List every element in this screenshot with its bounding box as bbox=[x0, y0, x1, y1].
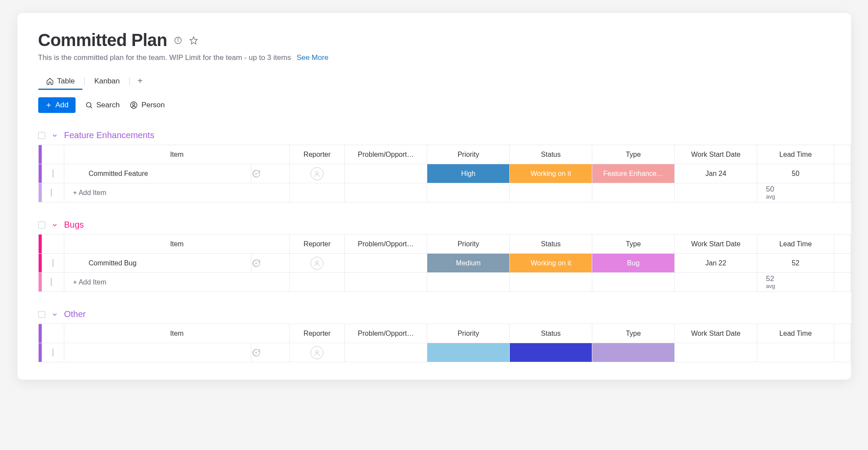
svg-point-21 bbox=[316, 350, 318, 353]
tab-kanban[interactable]: Kanban bbox=[86, 73, 128, 89]
column-header[interactable]: Status bbox=[510, 324, 592, 343]
add-button-label: Add bbox=[56, 101, 69, 109]
chat-cell[interactable] bbox=[251, 164, 290, 183]
svg-point-8 bbox=[130, 102, 137, 109]
add-button[interactable]: Add bbox=[38, 97, 76, 113]
column-header[interactable]: Priority bbox=[427, 235, 510, 254]
group-checkbox[interactable] bbox=[38, 311, 45, 318]
group-title[interactable]: Bugs bbox=[64, 220, 84, 230]
column-header[interactable]: Work Start Date bbox=[675, 145, 757, 164]
see-more-link[interactable]: See More bbox=[297, 53, 329, 62]
chat-cell[interactable] bbox=[251, 254, 290, 273]
column-header[interactable]: Problem/Opport… bbox=[345, 145, 427, 164]
search-button[interactable]: Search bbox=[85, 101, 120, 109]
column-header[interactable]: Reporter bbox=[290, 235, 345, 254]
group-header: Other bbox=[38, 309, 851, 319]
chevron-down-icon[interactable] bbox=[51, 311, 58, 318]
column-header[interactable]: Problem/Opport… bbox=[345, 235, 427, 254]
empty-cell bbox=[427, 273, 510, 292]
column-header[interactable]: Type bbox=[592, 145, 675, 164]
column-header[interactable]: Status bbox=[510, 145, 592, 164]
lead-time-cell[interactable] bbox=[757, 343, 834, 362]
column-header[interactable]: Problem/Opport… bbox=[345, 324, 427, 343]
search-icon bbox=[85, 101, 93, 109]
tab-label: Kanban bbox=[94, 77, 120, 86]
board-card: Committed Plan This is the committed pla… bbox=[17, 13, 851, 380]
avatar-placeholder-icon[interactable] bbox=[310, 257, 323, 270]
add-item-cell[interactable]: + Add Item bbox=[64, 273, 290, 292]
reporter-cell[interactable] bbox=[290, 164, 345, 183]
group-title[interactable]: Feature Enhancements bbox=[64, 130, 155, 140]
chevron-down-icon[interactable] bbox=[51, 222, 58, 228]
work-start-date-cell[interactable]: Jan 22 bbox=[675, 254, 757, 273]
group-checkbox[interactable] bbox=[38, 222, 45, 228]
column-spacer bbox=[834, 235, 851, 254]
avatar-placeholder-icon[interactable] bbox=[310, 346, 323, 359]
column-checkbox bbox=[42, 324, 64, 343]
column-header[interactable]: Type bbox=[592, 235, 675, 254]
reporter-cell[interactable] bbox=[290, 343, 345, 362]
column-header[interactable]: Work Start Date bbox=[675, 235, 757, 254]
row-checkbox[interactable] bbox=[53, 348, 53, 357]
tab-table[interactable]: Table bbox=[38, 73, 83, 89]
row-checkbox[interactable] bbox=[51, 278, 52, 286]
item-cell[interactable] bbox=[64, 343, 251, 362]
chevron-down-icon[interactable] bbox=[51, 132, 58, 139]
svg-point-17 bbox=[316, 261, 318, 263]
priority-cell[interactable]: High bbox=[427, 164, 510, 183]
add-comment-icon[interactable] bbox=[251, 169, 290, 179]
star-icon[interactable] bbox=[189, 36, 198, 45]
person-filter-button[interactable]: Person bbox=[129, 101, 165, 109]
row-checkbox[interactable] bbox=[51, 189, 52, 197]
avatar-placeholder-icon[interactable] bbox=[310, 167, 323, 180]
status-cell[interactable]: Working on it bbox=[510, 164, 592, 183]
row-checkbox[interactable] bbox=[53, 169, 53, 178]
item-cell[interactable]: Committed Bug bbox=[64, 254, 251, 273]
column-header[interactable]: Status bbox=[510, 235, 592, 254]
tab-add-button[interactable]: + bbox=[132, 73, 149, 89]
column-checkbox bbox=[42, 235, 64, 254]
row-checkbox[interactable] bbox=[53, 259, 53, 267]
reporter-cell[interactable] bbox=[290, 254, 345, 273]
column-header[interactable]: Lead Time bbox=[757, 235, 834, 254]
add-item-cell[interactable]: + Add Item bbox=[64, 183, 290, 202]
column-header[interactable]: Priority bbox=[427, 324, 510, 343]
work-start-date-cell[interactable] bbox=[675, 343, 757, 362]
status-cell[interactable]: Working on it bbox=[510, 254, 592, 273]
item-cell[interactable]: Committed Feature bbox=[64, 164, 251, 183]
column-header[interactable]: Work Start Date bbox=[675, 324, 757, 343]
add-comment-icon[interactable] bbox=[251, 348, 290, 357]
group-table: Item Reporter Problem/Opport… Priority S… bbox=[38, 145, 851, 202]
priority-cell[interactable]: Medium bbox=[427, 254, 510, 273]
type-cell[interactable]: Bug bbox=[592, 254, 675, 273]
chat-cell[interactable] bbox=[251, 343, 290, 362]
column-header[interactable]: Item bbox=[64, 145, 290, 164]
problem-cell[interactable] bbox=[345, 343, 427, 362]
table-row[interactable]: Committed Feature High Working on it Fea… bbox=[38, 164, 851, 183]
column-header[interactable]: Priority bbox=[427, 145, 510, 164]
column-header[interactable]: Item bbox=[64, 235, 290, 254]
table-row[interactable]: Committed Bug Medium Working on it Bug J… bbox=[38, 254, 851, 273]
table-row[interactable] bbox=[38, 343, 851, 362]
column-header[interactable]: Reporter bbox=[290, 324, 345, 343]
tab-separator bbox=[84, 77, 85, 85]
type-cell[interactable]: Feature Enhance… bbox=[592, 164, 675, 183]
problem-cell[interactable] bbox=[345, 254, 427, 273]
column-header[interactable]: Reporter bbox=[290, 145, 345, 164]
empty-cell bbox=[427, 183, 510, 202]
status-cell[interactable] bbox=[510, 343, 592, 362]
lead-time-cell[interactable]: 50 bbox=[757, 164, 834, 183]
column-header[interactable]: Item bbox=[64, 324, 290, 343]
priority-cell[interactable] bbox=[427, 343, 510, 362]
column-header[interactable]: Lead Time bbox=[757, 324, 834, 343]
add-comment-icon[interactable] bbox=[251, 258, 290, 268]
work-start-date-cell[interactable]: Jan 24 bbox=[675, 164, 757, 183]
type-cell[interactable] bbox=[592, 343, 675, 362]
info-icon[interactable] bbox=[173, 36, 183, 45]
group-checkbox[interactable] bbox=[38, 132, 45, 139]
column-header[interactable]: Type bbox=[592, 324, 675, 343]
lead-time-cell[interactable]: 52 bbox=[757, 254, 834, 273]
column-header[interactable]: Lead Time bbox=[757, 145, 834, 164]
group-title[interactable]: Other bbox=[64, 309, 86, 319]
problem-cell[interactable] bbox=[345, 164, 427, 183]
